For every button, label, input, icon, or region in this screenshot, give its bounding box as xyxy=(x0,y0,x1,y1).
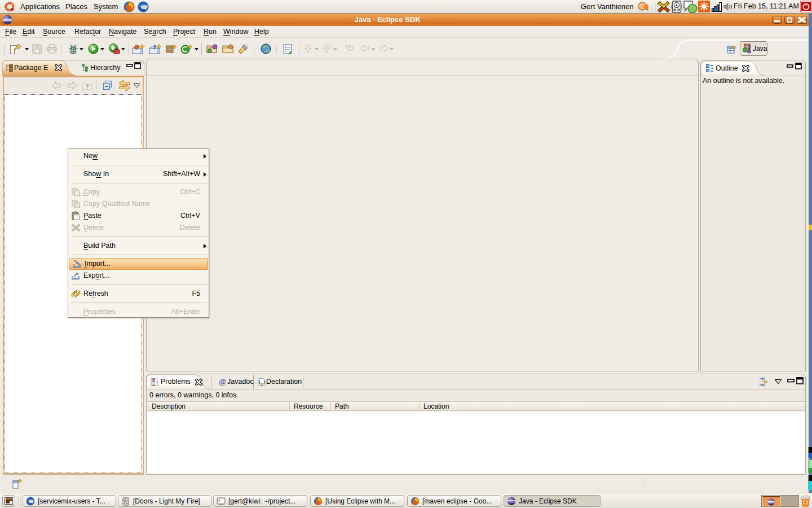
svg-text:J: J xyxy=(748,44,751,50)
svg-text:J: J xyxy=(153,43,156,50)
